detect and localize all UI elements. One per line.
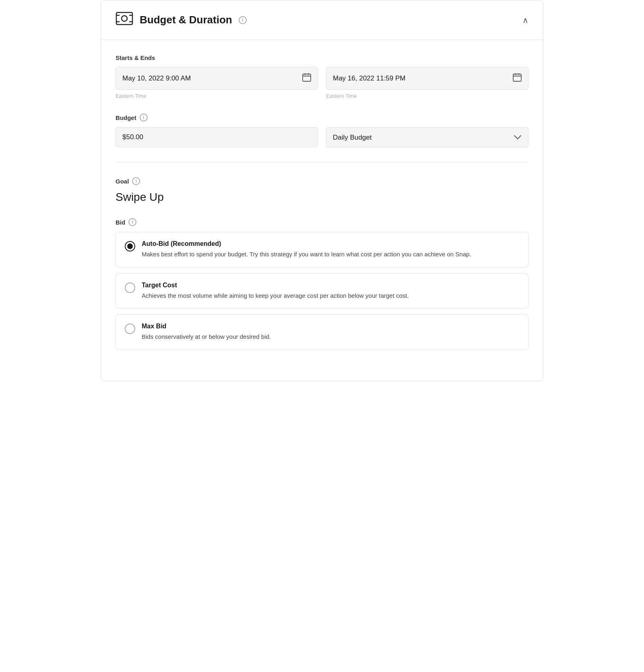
bid-max-bid-content: Max Bid Bids conservatively at or below … (142, 323, 519, 342)
divider (116, 162, 528, 163)
goal-label: Goal (116, 178, 129, 185)
bid-target-cost-title: Target Cost (142, 282, 519, 289)
budget-type-value: Daily Budget (333, 134, 372, 142)
starts-ends-label: Starts & Ends (116, 54, 528, 61)
bid-max-bid-desc: Bids conservatively at or below your des… (142, 332, 519, 342)
budget-info-icon[interactable]: i (140, 113, 148, 122)
svg-rect-0 (116, 12, 132, 25)
bid-option-max-bid[interactable]: Max Bid Bids conservatively at or below … (116, 314, 528, 350)
end-date-value: May 16, 2022 11:59 PM (333, 74, 406, 82)
date-row: May 10, 2022 9:00 AM Eastern Time (116, 67, 528, 99)
header-left: Budget & Duration i (116, 12, 247, 28)
end-calendar-icon (513, 73, 522, 84)
panel-body: Starts & Ends May 10, 2022 9:00 AM (101, 40, 543, 381)
bid-label: Bid (116, 219, 125, 226)
goal-info-icon[interactable]: i (132, 177, 140, 185)
budget-amount-input[interactable]: $50.00 (116, 127, 318, 147)
bid-section: Bid i Auto-Bid (Recommended) Makes best … (116, 218, 528, 350)
end-timezone: Eastern Time (326, 93, 528, 99)
bid-auto-bid-content: Auto-Bid (Recommended) Makes best effort… (142, 240, 519, 259)
budget-amount-field: $50.00 (116, 127, 318, 148)
budget-amount-value: $50.00 (122, 133, 143, 141)
start-date-field: May 10, 2022 9:00 AM Eastern Time (116, 67, 318, 99)
bid-info-icon[interactable]: i (128, 218, 136, 226)
budget-row: $50.00 Daily Budget (116, 127, 528, 148)
svg-point-1 (122, 16, 127, 21)
bid-target-cost-desc: Achieves the most volume while aiming to… (142, 291, 519, 301)
starts-ends-section: Starts & Ends May 10, 2022 9:00 AM (116, 54, 528, 99)
start-timezone: Eastern Time (116, 93, 318, 99)
budget-section: Budget i $50.00 Daily Budget (116, 113, 528, 148)
budget-type-select[interactable]: Daily Budget (326, 127, 528, 148)
budget-type-field: Daily Budget (326, 127, 528, 148)
bid-label-row: Bid i (116, 218, 528, 226)
bid-auto-bid-title: Auto-Bid (Recommended) (142, 240, 519, 247)
radio-target-cost[interactable] (125, 282, 135, 293)
svg-rect-10 (513, 74, 521, 81)
bid-auto-bid-desc: Makes best effort to spend your budget. … (142, 250, 519, 259)
radio-auto-bid[interactable] (125, 241, 135, 251)
header-info-icon[interactable]: i (239, 16, 247, 24)
budget-label: Budget (116, 114, 136, 121)
bid-options: Auto-Bid (Recommended) Makes best effort… (116, 232, 528, 350)
budget-label-row: Budget i (116, 113, 528, 122)
collapse-button[interactable]: ∧ (522, 15, 528, 25)
bid-target-cost-content: Target Cost Achieves the most volume whi… (142, 282, 519, 301)
budget-duration-panel: Budget & Duration i ∧ Starts & Ends May … (101, 0, 543, 381)
bid-option-auto-bid[interactable]: Auto-Bid (Recommended) Makes best effort… (116, 232, 528, 268)
goal-value: Swipe Up (116, 191, 528, 204)
start-date-input[interactable]: May 10, 2022 9:00 AM (116, 67, 318, 90)
bid-max-bid-title: Max Bid (142, 323, 519, 330)
radio-max-bid[interactable] (125, 324, 135, 334)
budget-type-chevron-icon (514, 133, 522, 142)
panel-header: Budget & Duration i ∧ (101, 0, 543, 40)
svg-rect-6 (303, 74, 311, 81)
money-icon (116, 12, 133, 28)
goal-label-row: Goal i (116, 177, 528, 185)
end-date-input[interactable]: May 16, 2022 11:59 PM (326, 67, 528, 90)
bid-option-target-cost[interactable]: Target Cost Achieves the most volume whi… (116, 273, 528, 309)
start-date-value: May 10, 2022 9:00 AM (122, 74, 191, 82)
goal-section: Goal i Swipe Up (116, 177, 528, 204)
end-date-field: May 16, 2022 11:59 PM Eastern Time (326, 67, 528, 99)
start-calendar-icon (302, 73, 311, 84)
panel-title: Budget & Duration (140, 14, 232, 26)
